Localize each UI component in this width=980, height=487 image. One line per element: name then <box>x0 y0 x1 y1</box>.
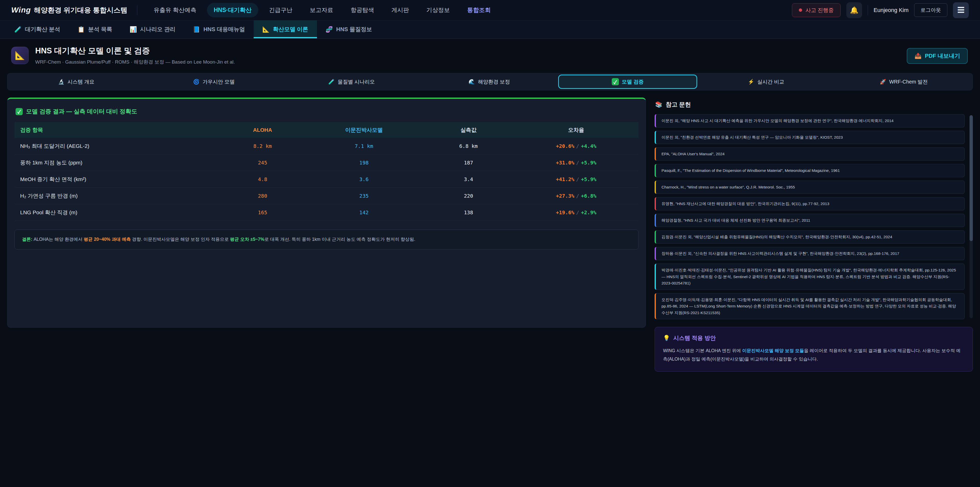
tab-label: 확산모델 이론 <box>273 26 308 33</box>
cell-measured: 3.4 <box>423 171 514 188</box>
pill-marine-correction[interactable]: 🌊 해양환경 보정 <box>420 73 558 90</box>
pill-model-validation[interactable]: ✓ 모델 검증 <box>558 75 697 89</box>
table-row: NH₃ 최대 도달거리 (AEGL-2) 8.2 km 7.1 km 6.8 k… <box>14 138 638 155</box>
conclusion-note: 결론: ALOHA는 해양 환경에서 평균 20~40% 과대 예측 경향. 이… <box>14 230 638 249</box>
cell-aloha: 280 <box>221 188 305 204</box>
rocket-icon: 🚀 <box>880 79 886 85</box>
top-navbar: Wing 해양환경 위기대응 통합시스템 유출유 확산예측 HNS·대기확산 긴… <box>0 0 980 21</box>
system-application-body: WING 시스템은 기본 ALOHA 엔진 위에 이문진박사모델 해양 보정 모… <box>663 346 964 363</box>
reference-item: 해양경찰청, "HNS 사고 국가 대비 대응 체제 선진화 방안 연구용역 최… <box>655 214 965 227</box>
bell-icon: 🔔 <box>850 6 859 14</box>
references-scrollbar-thumb[interactable] <box>969 115 973 241</box>
tab-dispersion-analysis[interactable]: 🧪 대기확산 분석 <box>6 21 69 38</box>
page-title: HNS 대기확산 모델 이론 및 검증 <box>35 45 235 56</box>
cell-error: +27.3%/+6.8% <box>514 188 638 204</box>
pdf-export-label: PDF 내보내기 <box>925 52 960 60</box>
nav-item-weather[interactable]: 기상정보 <box>420 3 457 18</box>
pdf-export-button[interactable]: 📤 PDF 내보내기 <box>907 48 968 64</box>
incident-status-badge: 사고 진행중 <box>792 3 841 17</box>
triangle-ruler-icon: 📐 <box>262 26 270 33</box>
nav-item-rescue[interactable]: 긴급구난 <box>262 3 299 18</box>
test-tube-icon: 🧪 <box>14 26 22 33</box>
nav-item-board[interactable]: 게시판 <box>385 3 416 18</box>
lightning-icon: ⚡ <box>748 79 754 85</box>
table-row: MeOH 증기 확산 면적 (km²) 4.8 3.6 3.4 +41.2%/+… <box>14 171 638 188</box>
clipboard-icon: 📋 <box>78 26 85 33</box>
divider <box>137 5 137 15</box>
nav-item-oil-spill[interactable]: 유출유 확산예측 <box>147 3 203 18</box>
tab-hns-substance-info[interactable]: 🧬 HNS 물질정보 <box>317 21 381 38</box>
cell-item: H₂ 가연성 구름 반경 (m) <box>14 188 221 204</box>
chart-icon: 📊 <box>130 26 137 33</box>
nav-item-aerial-search[interactable]: 항공탐색 <box>344 3 381 18</box>
pill-gaussian-model[interactable]: 🌀 가우시안 모델 <box>145 73 283 90</box>
pill-label: 물질별 시나리오 <box>338 78 375 85</box>
table-row: H₂ 가연성 구름 반경 (m) 280 235 220 +27.3%/+6.8… <box>14 188 638 204</box>
cell-lee: 198 <box>305 155 423 171</box>
references-scrollbar-track <box>969 115 973 318</box>
pill-label: 해양환경 보정 <box>478 78 510 85</box>
cell-error: +19.6%/+2.9% <box>514 204 638 221</box>
notification-bell-button[interactable]: 🔔 <box>846 2 862 18</box>
reference-item: 이문진 외, "해양 HNS 사고 시 대기확산 예측을 위한 가우시안 모델의… <box>655 114 965 128</box>
reference-item: 오진덕·김주영·이득재·김용명·최훈·이문진, "다항목 HNS 데이터의 실시… <box>655 293 965 319</box>
pill-wrf-chem[interactable]: 🚀 WRF-Chem 발전 <box>835 73 973 90</box>
navbar-right: 사고 진행중 🔔 Eunjeong Kim 로그아웃 ☰ <box>792 2 969 18</box>
export-icon: 📤 <box>915 53 921 59</box>
cell-measured: 187 <box>423 155 514 171</box>
tab-label: 대기확산 분석 <box>25 26 60 33</box>
check-icon: ✓ <box>16 108 23 115</box>
references-title-text: 참고 문헌 <box>666 101 691 109</box>
logo-title: 해양환경 위기대응 통합시스템 <box>34 6 127 15</box>
divider <box>868 5 868 15</box>
wave-icon: 🌊 <box>469 79 475 85</box>
cell-item: MeOH 증기 확산 면적 (km²) <box>14 171 221 188</box>
pill-label: WRF-Chem 발전 <box>889 78 928 85</box>
tab-label: 시나리오 관리 <box>140 26 175 33</box>
col-header-aloha: ALOHA <box>221 122 305 138</box>
cell-item: LNG Pool 확산 직경 (m) <box>14 204 221 221</box>
hamburger-menu-button[interactable]: ☰ <box>953 2 969 18</box>
panel-title-text: 모델 검증 결과 — 실측 데이터 대비 정확도 <box>26 107 137 115</box>
cell-aloha: 8.2 km <box>221 138 305 155</box>
tab-label: HNS 물질정보 <box>336 26 372 33</box>
cell-measured: 220 <box>423 188 514 204</box>
cell-measured: 138 <box>423 204 514 221</box>
tab-scenario-management[interactable]: 📊 시나리오 관리 <box>121 21 184 38</box>
reference-item: 박경애·이진호·박재진·김태성·이문진, "인공위성 원격탐사 기반 AI 활용… <box>655 263 965 290</box>
table-row: 풍하 1km 지점 농도 (ppm) 245 198 187 +31.0%/+5… <box>14 155 638 171</box>
pill-substance-scenarios[interactable]: 🧪 물질별 시나리오 <box>283 73 420 90</box>
reference-item: Pasquill, F., "The Estimation of the Dis… <box>655 164 965 177</box>
tab-model-theory[interactable]: 📐 확산모델 이론 <box>254 21 317 38</box>
status-dot-icon <box>799 8 802 12</box>
cell-error: +20.6%/+4.4% <box>514 138 638 155</box>
nav-item-hns-dispersion[interactable]: HNS·대기확산 <box>207 3 258 18</box>
app-logo: Wing 해양환경 위기대응 통합시스템 <box>11 6 127 15</box>
cell-aloha: 165 <box>221 204 305 221</box>
pill-label: 가우시안 모델 <box>203 78 235 85</box>
pill-label: 시스템 개요 <box>67 78 94 85</box>
reference-item: 이문진 외, "친환경 선박연료 해양 유출 시 대기확산 특성 연구 — 암모… <box>655 131 965 144</box>
reference-item: Charnock, H., "Wind stress on a water su… <box>655 180 965 194</box>
page-subtitle: WRF-Chem · Gaussian Plume/Puff · ROMS · … <box>35 59 235 65</box>
right-sidebar: 📚 참고 문헌 이문진 외, "해양 HNS 사고 시 대기확산 예측을 위한 … <box>655 97 973 372</box>
hamburger-icon: ☰ <box>957 5 964 15</box>
reference-item: 유영현, "HNS 재난사고에 대한 해양경찰의 대응 방안", 한국위기관리논… <box>655 197 965 211</box>
light-bulb-icon: 💡 <box>663 335 670 342</box>
nav-item-integrated-search[interactable]: 통합조회 <box>461 3 497 18</box>
cell-lee: 235 <box>305 188 423 204</box>
tab-analysis-list[interactable]: 📋 분석 목록 <box>69 21 121 38</box>
references-list: 이문진 외, "해양 HNS 사고 시 대기확산 예측을 위한 가우시안 모델의… <box>655 114 965 319</box>
logout-button[interactable]: 로그아웃 <box>914 3 947 17</box>
system-application-title: 💡 시스템 적용 방안 <box>663 334 964 342</box>
cell-lee: 142 <box>305 204 423 221</box>
pill-realtime-comparison[interactable]: ⚡ 실시간 비교 <box>697 73 835 90</box>
tab-label: 분석 목록 <box>88 26 112 33</box>
pill-system-overview[interactable]: 🔬 시스템 개요 <box>7 73 145 90</box>
page-header-text: HNS 대기확산 모델 이론 및 검증 WRF-Chem · Gaussian … <box>35 45 235 65</box>
page-header: 📐 HNS 대기확산 모델 이론 및 검증 WRF-Chem · Gaussia… <box>0 39 980 70</box>
check-icon: ✓ <box>612 78 619 85</box>
tab-hns-manual[interactable]: 📘 HNS 대응매뉴얼 <box>184 21 253 38</box>
nav-item-reports[interactable]: 보고자료 <box>303 3 340 18</box>
cell-error: +41.2%/+5.9% <box>514 171 638 188</box>
